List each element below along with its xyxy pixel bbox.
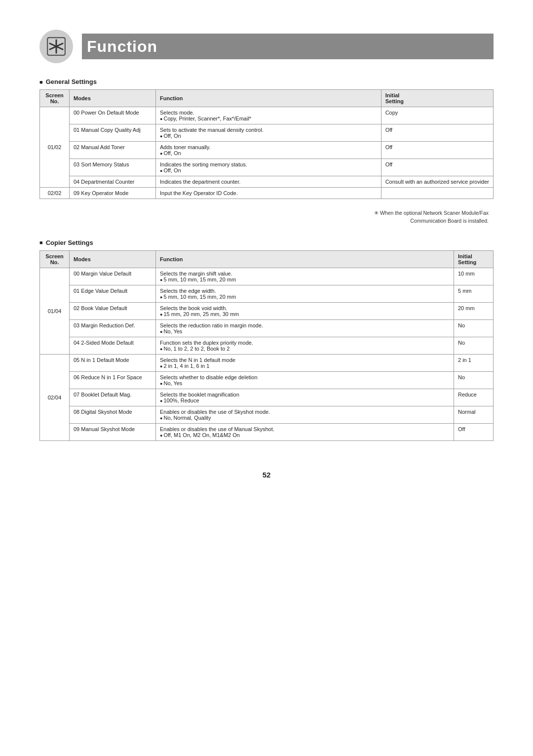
mode-name-cell: 02 Book Value Default [70, 302, 156, 319]
general-settings-section: General Settings ScreenNo. Modes Functio… [39, 78, 494, 225]
table-row: 04 Departmental Counter Indicates the de… [40, 176, 494, 188]
initial-setting-cell: Off [381, 159, 493, 176]
function-cell: Selects mode. Copy, Printer, Scanner*, F… [156, 107, 381, 124]
function-cell: Selects the N in 1 default mode 2 in 1, … [156, 354, 454, 371]
col-header-screen-no: ScreenNo. [40, 90, 70, 107]
bullet-text: 5 mm, 10 mm, 15 mm, 20 mm [160, 277, 450, 282]
function-cell: Selects whether to disable edge deletion… [156, 371, 454, 389]
col-header-initial: InitialSetting [381, 90, 493, 107]
screen-no-cell: 01/04 [40, 268, 70, 354]
initial-setting-cell: 2 in 1 [454, 354, 494, 371]
initial-setting-cell: No [454, 371, 494, 389]
bullet-text: 15 mm, 20 mm, 25 mm, 30 mm [160, 311, 450, 317]
header-title-bar: Function [82, 34, 494, 59]
table-row: 03 Sort Memory Status Indicates the sort… [40, 159, 494, 176]
function-cell: Adds toner manually. Off, On [156, 142, 381, 159]
bullet-text: Copy, Printer, Scanner*, Fax*/Email* [160, 116, 377, 121]
table-row: 09 Manual Skyshot Mode Enables or disabl… [40, 423, 494, 440]
mode-name-cell: 03 Margin Reduction Def. [70, 319, 156, 337]
function-cell: Enables or disables the use of Manual Sk… [156, 423, 454, 440]
bullet-text: Off, On [160, 167, 377, 173]
mode-name-cell: 04 Departmental Counter [70, 176, 156, 188]
table-row: 04 2-Sided Mode Default Function sets th… [40, 337, 494, 354]
screen-no-cell: 02/04 [40, 354, 70, 440]
mode-name-cell: 07 Booklet Default Mag. [70, 389, 156, 406]
initial-setting-cell: Off [381, 142, 493, 159]
table-row: 01 Edge Value Default Selects the edge w… [40, 285, 494, 302]
screen-no-cell: 02/02 [40, 188, 70, 199]
mode-name-cell: 01 Edge Value Default [70, 285, 156, 302]
col-header-function: Function [156, 250, 454, 268]
table-row: 06 Reduce N in 1 For Space Selects wheth… [40, 371, 494, 389]
col-header-initial: InitialSetting [454, 250, 494, 268]
bullet-text: No, Yes [160, 328, 450, 334]
table-row: 03 Margin Reduction Def. Selects the red… [40, 319, 494, 337]
bullet-text: 100%, Reduce [160, 398, 450, 403]
general-settings-footnote: ✳ When the optional Network Scaner Modul… [39, 209, 494, 225]
bullet-text: Off, On [160, 133, 377, 139]
mode-name-cell: 04 2-Sided Mode Default [70, 337, 156, 354]
page-title: Function [87, 38, 157, 56]
initial-setting-cell: Reduce [454, 389, 494, 406]
initial-setting-cell: Off [454, 423, 494, 440]
table-row: 02/04 05 N in 1 Default Mode Selects the… [40, 354, 494, 371]
mode-name-cell: 08 Digital Skyshot Mode [70, 406, 156, 423]
initial-setting-cell: 20 mm [454, 302, 494, 319]
initial-setting-cell: Consult with an authorized service provi… [381, 176, 493, 188]
table-row: 02 Manual Add Toner Adds toner manually.… [40, 142, 494, 159]
initial-setting-cell [381, 188, 493, 199]
bullet-text: No, 1 to 2, 2 to 2, Book to 2 [160, 346, 450, 352]
col-header-modes: Modes [70, 90, 156, 107]
table-row: 01/04 00 Margin Value Default Selects th… [40, 268, 494, 285]
asterisk-icon [47, 37, 66, 56]
header-icon-circle [39, 30, 73, 63]
col-header-screen-no: ScreenNo. [40, 250, 70, 268]
screen-no-cell: 01/02 [40, 107, 70, 188]
general-settings-heading: General Settings [39, 78, 494, 85]
table-row: 07 Booklet Default Mag. Selects the book… [40, 389, 494, 406]
function-cell: Sets to activate the manual density cont… [156, 124, 381, 142]
copier-settings-table: ScreenNo. Modes Function InitialSetting … [39, 250, 494, 441]
function-cell: Selects the edge width. 5 mm, 10 mm, 15 … [156, 285, 454, 302]
col-header-function: Function [156, 90, 381, 107]
mode-name-cell: 09 Key Operator Mode [70, 188, 156, 199]
table-header-row: ScreenNo. Modes Function InitialSetting [40, 250, 494, 268]
table-row: 01/02 00 Power On Default Mode Selects m… [40, 107, 494, 124]
function-cell: Indicates the sorting memory status. Off… [156, 159, 381, 176]
initial-setting-cell: 5 mm [454, 285, 494, 302]
initial-setting-cell: 10 mm [454, 268, 494, 285]
bullet-text: Off, On [160, 150, 377, 156]
bullet-text: No, Yes [160, 380, 450, 386]
table-row: 02 Book Value Default Selects the book v… [40, 302, 494, 319]
function-cell: Selects the book void width. 15 mm, 20 m… [156, 302, 454, 319]
page-number: 52 [39, 471, 494, 479]
initial-setting-cell: No [454, 337, 494, 354]
table-row: 02/02 09 Key Operator Mode Input the Key… [40, 188, 494, 199]
mode-name-cell: 00 Margin Value Default [70, 268, 156, 285]
mode-name-cell: 02 Manual Add Toner [70, 142, 156, 159]
function-cell: Input the Key Operator ID Code. [156, 188, 381, 199]
table-row: 08 Digital Skyshot Mode Enables or disab… [40, 406, 494, 423]
initial-setting-cell: Normal [454, 406, 494, 423]
function-cell: Selects the booklet magnification 100%, … [156, 389, 454, 406]
mode-name-cell: 01 Manual Copy Quality Adj [70, 124, 156, 142]
mode-name-cell: 09 Manual Skyshot Mode [70, 423, 156, 440]
bullet-text: 5 mm, 10 mm, 15 mm, 20 mm [160, 294, 450, 300]
page-header: Function [39, 30, 494, 63]
bullet-text: Off, M1 On, M2 On, M1&M2 On [160, 432, 450, 438]
mode-name-cell: 00 Power On Default Mode [70, 107, 156, 124]
table-header-row: ScreenNo. Modes Function InitialSetting [40, 90, 494, 107]
mode-name-cell: 03 Sort Memory Status [70, 159, 156, 176]
table-row: 01 Manual Copy Quality Adj Sets to activ… [40, 124, 494, 142]
copier-settings-heading: Copier Settings [39, 239, 494, 246]
function-cell: Selects the margin shift value. 5 mm, 10… [156, 268, 454, 285]
initial-setting-cell: No [454, 319, 494, 337]
function-cell: Selects the reduction ratio in margin mo… [156, 319, 454, 337]
col-header-modes: Modes [70, 250, 156, 268]
general-settings-table: ScreenNo. Modes Function InitialSetting … [39, 89, 494, 199]
copier-settings-section: Copier Settings ScreenNo. Modes Function… [39, 239, 494, 441]
bullet-text: No, Normal, Quality [160, 415, 450, 421]
function-cell: Function sets the duplex priority mode. … [156, 337, 454, 354]
function-cell: Indicates the department counter. [156, 176, 381, 188]
function-cell: Enables or disables the use of Skyshot m… [156, 406, 454, 423]
